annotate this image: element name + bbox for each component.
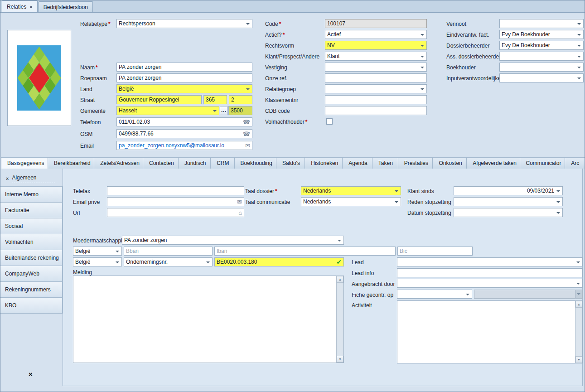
lead-info-input[interactable] [397,268,583,277]
chevron-down-icon[interactable] [556,212,560,214]
sidebar-item-sociaal[interactable]: Sociaal [0,218,63,234]
actief-combobox[interactable]: Actief [325,30,427,39]
chevron-down-icon[interactable] [577,77,581,79]
klant-sinds-datepicker[interactable]: 09/03/2021 [454,186,563,195]
chevron-down-icon[interactable] [576,283,580,285]
chevron-down-icon[interactable] [246,23,250,25]
sidebar-item-buitenlandse-rekening[interactable]: Buitenlandse rekening [0,250,63,266]
sidebar-item-volmachten[interactable]: Volmachten [0,234,63,250]
scroll-down-icon[interactable]: ▼ [575,356,582,363]
chevron-down-icon[interactable] [577,45,581,47]
postcode-input[interactable]: 3500 [228,106,252,115]
chevron-down-icon[interactable] [556,190,560,192]
close-icon[interactable]: × [29,370,33,378]
aangebracht-door-combobox[interactable] [397,279,583,288]
chevron-down-icon[interactable] [116,261,119,263]
tab-crm[interactable]: CRM [211,157,234,169]
chevron-down-icon[interactable] [338,240,341,242]
chevron-down-icon[interactable] [577,67,581,68]
land-combobox[interactable]: België [116,84,252,93]
chevron-down-icon[interactable] [246,88,250,90]
chevron-down-icon[interactable] [421,56,424,58]
gemeente-combobox[interactable]: Hasselt [116,106,219,115]
reden-stopzetting-combobox[interactable] [454,197,563,206]
melding-scrollbar[interactable]: ▲ ▼ [336,276,343,363]
sidebar-section-algemeen[interactable]: Algemeen [12,174,55,182]
phone-icon[interactable]: ☎ [243,118,250,126]
email-link[interactable]: pa_zonder_zorgen.nosyxnw5@mailosaur.io [119,141,224,150]
ass-dossierbeheerder-combobox[interactable] [499,52,584,61]
naam-input[interactable]: PA zonder zorgen [116,63,252,72]
chevron-down-icon[interactable] [556,201,560,203]
tab-communicator[interactable]: Communicator [520,157,566,169]
chevron-down-icon[interactable] [421,45,424,47]
rechtsvorm-combobox[interactable]: NV [325,41,427,50]
vestiging-combobox[interactable] [325,63,427,72]
vennoot-combobox[interactable] [499,19,584,28]
iban-input[interactable]: Iban [214,247,396,256]
mail-icon[interactable]: ✉ [237,198,242,206]
bank-land-combobox[interactable]: België [73,247,122,256]
chevron-down-icon[interactable] [421,67,424,68]
tab-bereikbaarheid[interactable]: Bereikbaarheid [48,157,94,169]
boekhouder-combobox[interactable] [499,63,584,72]
scroll-up-icon[interactable]: ▲ [575,301,582,308]
volmachthouder-checkbox[interactable] [326,118,333,125]
close-icon[interactable]: × [6,176,9,181]
klant-prospect-andere-combobox[interactable]: Klant [325,52,427,61]
chevron-down-icon[interactable] [421,88,424,90]
chevron-down-icon[interactable] [466,294,469,295]
tab-historieken[interactable]: Historieken [305,157,343,169]
fiche-gecontr-op-datepicker[interactable] [397,290,472,299]
eindverantw-fact-combobox[interactable]: Evy De Boekhouder [499,30,584,39]
bus-input[interactable]: 2 [229,95,252,104]
roepnaam-input[interactable]: PA zonder zorgen [116,73,252,82]
bic-input[interactable]: Bic [397,247,473,256]
email-prive-input[interactable]: ✉ [107,197,244,206]
chevron-down-icon[interactable] [577,34,581,36]
klassementnr-input[interactable] [325,95,427,104]
chevron-down-icon[interactable] [213,110,217,112]
chevron-down-icon[interactable] [395,190,398,192]
chevron-down-icon[interactable] [206,261,210,263]
taal-communicatie-combobox[interactable]: Nederlands [301,197,401,206]
tab-agenda[interactable]: Agenda [343,157,372,169]
sidebar-item-companyweb[interactable]: CompanyWeb [0,266,63,282]
tab-taken[interactable]: Taken [372,157,398,169]
tab-boekhouding[interactable]: Boekhouding [235,157,276,169]
tab-onkosten[interactable]: Onkosten [433,157,467,169]
activiteit-scrollbar[interactable]: ▲ ▼ [575,301,582,363]
moedermaatschappij-combobox[interactable]: PA zonder zorgen [122,236,344,245]
chevron-down-icon[interactable] [421,34,424,36]
huisnummer-input[interactable]: 365 [203,95,227,104]
email-field[interactable]: pa_zonder_zorgen.nosyxnw5@mailosaur.io✉ [116,141,252,150]
cdb-code-input[interactable] [325,106,427,115]
straat-input[interactable]: Gouverneur Roppesingel [116,95,202,104]
phone-icon[interactable]: ☎ [243,130,250,138]
mail-icon[interactable]: ✉ [245,141,250,150]
relatiegroep-combobox[interactable] [325,84,427,93]
sidebar-item-kbo[interactable]: KBO [0,298,63,314]
gemeente-lookup-button[interactable]: … [220,106,227,115]
activiteit-textarea[interactable]: ▲ ▼ [397,300,583,363]
gsm-input[interactable]: 0499/88.77.66☎ [116,129,252,138]
datum-stopzetting-datepicker[interactable] [454,208,563,217]
tab-contacten[interactable]: Contacten [143,157,179,169]
home-icon[interactable]: ⌂ [238,208,242,217]
sidebar-item-facturatie[interactable]: Facturatie [0,203,63,218]
telefax-input[interactable] [107,186,244,195]
dossierbeheerder-combobox[interactable]: Evy De Boekhouder [499,41,584,50]
chevron-down-icon[interactable] [577,56,581,58]
inputverantwoordelijke-combobox[interactable] [499,73,584,82]
ondernemingsnr-input[interactable]: BE0020.003.180✔ [214,257,344,266]
tab-relaties[interactable]: Relaties × [2,0,38,12]
taal-dossier-combobox[interactable]: Nederlands [301,186,401,195]
tab-afgeleverde-taken[interactable]: Afgeleverde taken [467,157,520,169]
relatietype-combobox[interactable]: Rechtspersoon [116,19,252,28]
tab-prestaties[interactable]: Prestaties [398,157,433,169]
close-icon[interactable]: × [29,4,32,10]
lead-combobox[interactable] [397,257,583,266]
chevron-down-icon[interactable] [576,261,580,263]
tab-juridisch[interactable]: Juridisch [179,157,211,169]
onze-ref-input[interactable] [325,73,427,82]
